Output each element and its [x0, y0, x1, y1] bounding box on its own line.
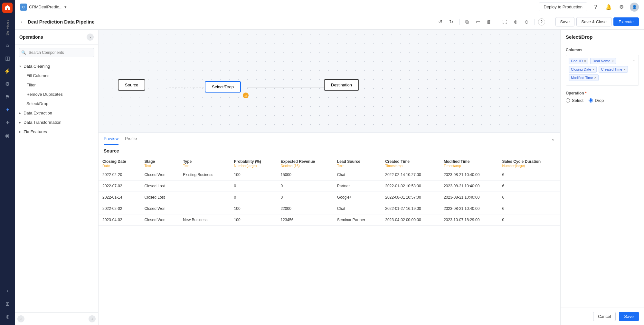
remove-modified-time[interactable]: × — [594, 76, 596, 80]
operations-title: Operations — [19, 34, 43, 40]
pipeline-node-destination[interactable]: Destination — [324, 79, 359, 91]
redo-button[interactable]: ↻ — [447, 17, 456, 26]
zoom-in-button[interactable]: ⊕ — [511, 17, 520, 26]
category-data-extraction[interactable]: ▸ Data Extraction — [15, 108, 98, 118]
table-cell: 6 — [498, 192, 560, 203]
remove-deal-name[interactable]: × — [611, 59, 613, 63]
content-area: Operations › 🔍 ▾ Data Cleaning Fill Colu… — [15, 30, 644, 325]
bell-icon[interactable]: 🔔 — [604, 3, 613, 12]
table-cell: 2023-08-21 10:40:00 — [440, 181, 498, 192]
search-input[interactable] — [19, 48, 94, 57]
table-cell — [179, 181, 230, 192]
fit-button[interactable]: ⛶ — [500, 17, 509, 26]
help-circle-icon[interactable]: ? — [538, 18, 545, 25]
nav-rocket[interactable]: ✈ — [2, 117, 13, 128]
radio-drop[interactable]: Drop — [589, 98, 604, 103]
nav-pipeline[interactable]: ✦ — [2, 104, 13, 115]
collapse-preview-icon[interactable]: ⌄ — [551, 136, 555, 142]
preview-button[interactable]: ▭ — [474, 17, 483, 26]
remove-closing-date[interactable]: × — [592, 67, 594, 71]
avatar[interactable]: 👤 — [630, 3, 639, 12]
top-header-right: Deploy to Production ? 🔔 ⚙ 👤 — [539, 3, 639, 12]
pipeline-toolbar: ↺ ↻ ⧉ ▭ 🗑 ⛶ ⊕ ⊖ ? Save Save & Close Exec… — [436, 17, 639, 26]
category-zia-features[interactable]: ▸ Zia Features — [15, 127, 98, 136]
toolbar-divider-1 — [459, 19, 459, 25]
execute-button[interactable]: Execute — [613, 17, 639, 26]
nav-home[interactable]: ⌂ — [2, 39, 13, 51]
sub-item-select-drop[interactable]: Select/Drop — [15, 99, 98, 108]
expand-panel-button[interactable]: ‹ — [17, 315, 24, 322]
top-header: C CRMDealPredic... ▾ Deploy to Productio… — [15, 0, 644, 14]
app-logo — [2, 3, 13, 13]
nav-circle[interactable]: ◉ — [2, 130, 13, 141]
source-section-label: Source — [99, 145, 560, 157]
col-header-lead-source: Lead SourceText — [333, 157, 381, 169]
node-warning-indicator[interactable]: ⚠ — [243, 93, 249, 98]
pipeline-canvas[interactable]: Source Select/Drop ⚠ Destination — [99, 30, 560, 133]
delete-button[interactable]: 🗑 — [485, 17, 494, 26]
col-header-stage: StageText — [141, 157, 179, 169]
category-data-cleaning[interactable]: ▾ Data Cleaning — [15, 62, 98, 71]
nav-lightning[interactable]: ⚡ — [2, 65, 13, 77]
settings-icon[interactable]: ⚙ — [617, 3, 626, 12]
table-cell: 6 — [498, 169, 560, 181]
operation-label: Operation * — [566, 91, 639, 95]
panel-save-button[interactable]: Save — [619, 312, 639, 321]
cancel-button[interactable]: Cancel — [593, 312, 616, 321]
col-header-created-time: Created TimeTimestamp — [381, 157, 440, 169]
table-cell: 2023-08-21 10:40:00 — [440, 169, 498, 181]
deploy-button[interactable]: Deploy to Production — [539, 3, 587, 11]
nav-grid[interactable]: ⊞ — [2, 298, 13, 310]
save-close-button[interactable]: Save & Close — [576, 17, 611, 26]
collapse-panel-button[interactable]: › — [87, 34, 94, 41]
zoom-out-button[interactable]: ⊖ — [522, 17, 531, 26]
table-cell: 22000 — [277, 203, 333, 214]
category-data-transformation[interactable]: ▸ Data Transformation — [15, 118, 98, 127]
sub-item-remove-duplicates[interactable]: Remove Duplicates — [15, 90, 98, 99]
remove-created-time[interactable]: × — [623, 67, 625, 71]
table-cell: Chat — [333, 169, 381, 181]
nav-db[interactable]: ◫ — [2, 52, 13, 64]
tab-name: CRMDealPredic... — [29, 5, 62, 9]
copy-button[interactable]: ⧉ — [463, 17, 472, 26]
sub-item-filter[interactable]: Filter — [15, 80, 98, 90]
table-cell: 2023-10-07 18:29:00 — [440, 214, 498, 226]
back-arrow-icon[interactable]: ← — [20, 19, 25, 25]
table-cell: 0 — [498, 214, 560, 226]
add-component-button[interactable]: + — [89, 315, 96, 322]
nav-user-group[interactable]: ⚙ — [2, 78, 13, 90]
nav-expand-arrow[interactable]: › — [2, 285, 13, 297]
save-button[interactable]: Save — [555, 17, 575, 26]
tab-preview[interactable]: Preview — [104, 133, 118, 145]
radio-select[interactable]: Select — [566, 98, 583, 103]
tab-dropdown-icon[interactable]: ▾ — [64, 5, 67, 9]
table-cell: 0 — [277, 192, 333, 203]
table-cell: 0 — [230, 181, 277, 192]
search-icon: 🔍 — [21, 50, 26, 55]
help-icon[interactable]: ? — [591, 3, 600, 12]
undo-button[interactable]: ↺ — [436, 17, 445, 26]
table-cell: Seminar Partner — [333, 214, 381, 226]
table-row: 2022-07-02Closed Lost00Partner2022-01-02… — [99, 181, 560, 192]
table-cell: 6 — [498, 181, 560, 192]
nav-flag[interactable]: ⚑ — [2, 91, 13, 103]
columns-dropdown-icon[interactable]: ⌄ — [633, 58, 636, 62]
remove-deal-id[interactable]: × — [584, 59, 586, 63]
table-row: 2022-01-14Closed Lost00Google+2022-08-01… — [99, 192, 560, 203]
col-header-probability: Probability (%)Number(large) — [230, 157, 277, 169]
pipeline-node-select-drop[interactable]: Select/Drop — [205, 81, 241, 93]
icon-sidebar: Services ⌂ ◫ ⚡ ⚙ ⚑ ✦ ✈ ◉ › ⊞ ⊕ — [0, 0, 15, 325]
col-header-modified-time: Modified TimeTimestamp — [440, 157, 498, 169]
table-body: 2022-02-20Closed WonExisting Business100… — [99, 169, 560, 226]
main-area: C CRMDealPredic... ▾ Deploy to Productio… — [15, 0, 644, 325]
nav-add-bottom[interactable]: ⊕ — [2, 311, 13, 322]
category-label: Data Transformation — [24, 120, 62, 125]
category-label: Zia Features — [24, 129, 47, 134]
tab-profile[interactable]: Profile — [125, 133, 137, 145]
table-cell: 0 — [230, 192, 277, 203]
table-cell — [179, 192, 230, 203]
services-label: Services — [5, 17, 9, 38]
sub-item-fill-columns[interactable]: Fill Columns — [15, 71, 98, 80]
pipeline-header: ← Deal Prediction Data Pipeline ↺ ↻ ⧉ ▭ … — [15, 14, 644, 30]
pipeline-node-source[interactable]: Source — [118, 79, 145, 91]
